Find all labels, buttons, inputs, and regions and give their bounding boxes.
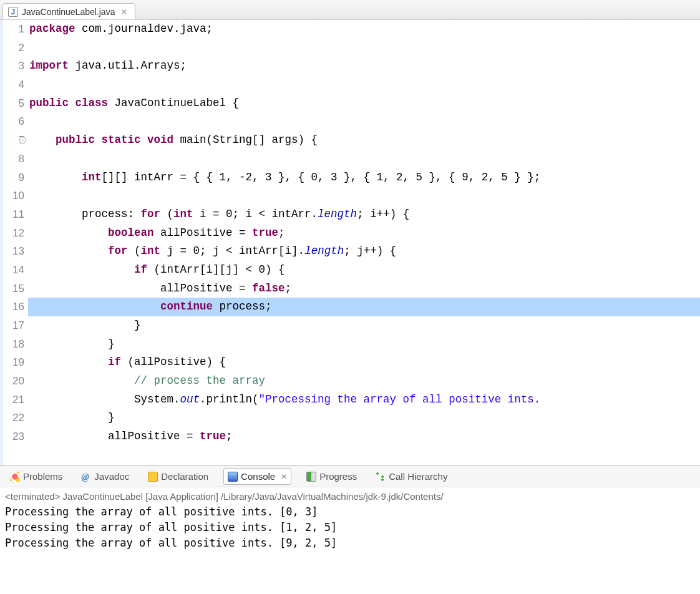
code-line[interactable]: boolean allPositive = true; [28, 224, 700, 243]
code-area[interactable]: package com.journaldev.java;import java.… [28, 20, 700, 465]
code-line[interactable]: } [28, 335, 700, 354]
code-token: main(String[] args) { [180, 134, 318, 146]
view-console[interactable]: Console ✕ [223, 468, 291, 485]
console-icon [228, 472, 238, 482]
line-number: 17 [3, 316, 24, 335]
console-info-line: <terminated> JavaContinueLabel [Java App… [0, 487, 700, 503]
line-number: 21 [3, 391, 24, 409]
declaration-icon [148, 472, 158, 482]
javadoc-icon: @ [81, 472, 91, 482]
code-line[interactable]: } [28, 316, 700, 335]
view-progress[interactable]: Progress [303, 469, 361, 484]
code-token: true [200, 430, 226, 442]
code-token: length [318, 208, 357, 220]
code-token [29, 263, 134, 276]
line-number: 7- [3, 131, 24, 150]
code-line[interactable]: public static void main(String[] args) { [28, 131, 700, 150]
code-token: length [304, 245, 344, 257]
code-line[interactable]: allPositive = true; [28, 427, 700, 446]
close-icon[interactable]: ✕ [121, 7, 127, 16]
line-number: 19 [3, 353, 24, 372]
code-line[interactable]: System.out.println("Processing the array… [28, 391, 700, 409]
console-output[interactable]: Processing the array of all positive int… [0, 503, 700, 552]
call-hierarchy-icon [376, 472, 386, 482]
code-token: java.util.Arrays; [75, 59, 187, 72]
code-token: ; [278, 226, 285, 239]
code-token: } [29, 411, 115, 424]
code-line[interactable]: // process the array [28, 372, 700, 391]
code-token: // process the array [134, 374, 265, 387]
view-problems[interactable]: Problems [6, 469, 66, 484]
code-token: i = 0; i < intArr. [200, 208, 318, 220]
code-token: int [173, 208, 200, 220]
code-token: int [82, 171, 102, 183]
code-token: false [252, 282, 285, 295]
code-token: if [108, 356, 128, 368]
code-line[interactable]: import java.util.Arrays; [28, 57, 700, 75]
console-line: Processing the array of all positive int… [5, 535, 695, 551]
line-number: 15 [3, 280, 24, 298]
code-token: ( [167, 208, 174, 220]
code-token [29, 245, 108, 257]
line-number-gutter: 1234567-891011121314151617181920212223 [3, 20, 28, 465]
code-line[interactable]: process: for (int i = 0; i < intArr.leng… [28, 205, 700, 224]
code-line[interactable] [28, 112, 700, 131]
code-line[interactable] [28, 75, 700, 94]
views-tab-bar: Problems @ Javadoc Declaration Console ✕… [0, 465, 700, 487]
code-line[interactable] [28, 150, 700, 168]
code-token: public class [29, 97, 115, 109]
line-number: 2 [3, 39, 24, 57]
code-token: System. [29, 393, 180, 406]
console-line: Processing the array of all positive int… [5, 520, 695, 535]
line-number: 23 [3, 427, 24, 446]
code-token [29, 226, 108, 239]
code-token: out [180, 393, 200, 406]
fold-toggle-icon[interactable]: - [19, 137, 26, 144]
code-token: process: [29, 208, 141, 220]
view-label: Call Hierarchy [389, 471, 447, 482]
code-line[interactable]: for (int j = 0; j < intArr[i].length; j+… [28, 242, 700, 261]
line-number: 9 [3, 168, 24, 187]
view-label: Problems [23, 471, 62, 482]
code-token: "Processing the array of all positive in… [259, 393, 547, 406]
line-number: 5 [3, 94, 24, 113]
view-declaration[interactable]: Declaration [144, 469, 212, 484]
code-line[interactable]: } [28, 409, 700, 427]
code-token: [][] intArr = { { 1, -2, 3 }, { 0, 3 }, … [102, 171, 541, 183]
code-line[interactable] [28, 39, 700, 57]
code-token [29, 171, 82, 183]
view-javadoc[interactable]: @ Javadoc [77, 469, 133, 484]
code-line[interactable]: if (intArr[i][j] < 0) { [28, 261, 700, 280]
editor-tab[interactable]: J JavaContinueLabel.java ✕ [2, 3, 135, 19]
code-line[interactable]: continue process; [28, 298, 700, 316]
code-token: allPositive = [29, 282, 252, 295]
view-label: Javadoc [94, 471, 129, 482]
code-token: continue [160, 300, 220, 313]
code-line[interactable]: int[][] intArr = { { 1, -2, 3 }, { 0, 3 … [28, 168, 700, 187]
code-line[interactable]: package com.journaldev.java; [28, 20, 700, 39]
code-line[interactable]: allPositive = false; [28, 280, 700, 298]
problems-icon [10, 472, 20, 482]
code-line[interactable] [28, 187, 700, 205]
code-token: int [141, 245, 167, 257]
line-number: 6 [3, 112, 24, 131]
code-token: JavaContinueLabel { [115, 97, 240, 109]
code-token: true [252, 226, 278, 239]
code-line[interactable]: if (allPositive) { [28, 353, 700, 372]
code-token [29, 134, 56, 146]
code-token: for [141, 208, 167, 220]
code-line[interactable]: public class JavaContinueLabel { [28, 94, 700, 113]
line-number: 10 [3, 187, 24, 205]
close-icon[interactable]: ✕ [281, 472, 287, 481]
line-number: 11 [3, 205, 24, 224]
line-number: 12 [3, 224, 24, 243]
code-token: (intArr[i][j] < 0) { [154, 263, 285, 276]
code-editor[interactable]: 1234567-891011121314151617181920212223 p… [0, 20, 700, 465]
view-call-hierarchy[interactable]: Call Hierarchy [372, 469, 451, 484]
code-token: if [134, 263, 154, 276]
line-number: 3 [3, 57, 24, 75]
console-line: Processing the array of all positive int… [5, 504, 695, 520]
line-number: 22 [3, 409, 24, 427]
line-number: 14 [3, 261, 24, 280]
code-token: process; [220, 300, 272, 313]
